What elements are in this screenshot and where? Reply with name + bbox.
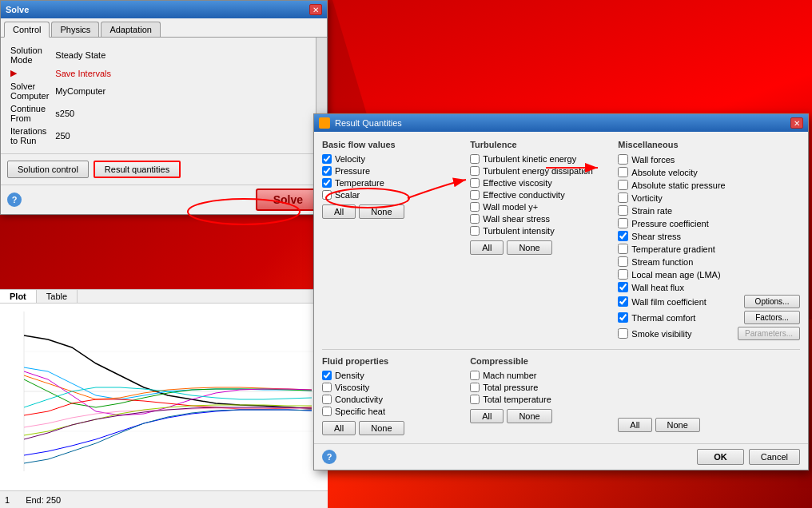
result-quantities-button[interactable]: Result quantities xyxy=(94,161,181,178)
desktop: Solve ✕ Control Physics Adaptation Solut… xyxy=(0,0,812,508)
abs-static-label: Absolute static pressure xyxy=(631,181,725,190)
fluid-props-none-button[interactable]: None xyxy=(359,421,404,435)
dialog-close-button[interactable]: ✕ xyxy=(790,117,803,129)
eff-visc-checkbox[interactable] xyxy=(470,178,480,188)
total-press-checkbox[interactable] xyxy=(470,383,480,392)
eff-cond-checkbox[interactable] xyxy=(470,190,480,200)
abs-vel-checkbox[interactable] xyxy=(618,167,628,177)
basic-flow-header: Basic flow values xyxy=(322,140,462,149)
basic-flow-none-button[interactable]: None xyxy=(359,204,404,219)
tke-checkbox[interactable] xyxy=(470,154,480,164)
smoke-vis-checkbox[interactable] xyxy=(618,328,628,339)
ok-button[interactable]: OK xyxy=(697,449,744,465)
factors-button[interactable]: Factors... xyxy=(744,311,800,324)
lma-label: Local mean age (LMA) xyxy=(631,270,720,280)
turbulence-header: Turbulence xyxy=(470,140,610,149)
wall-forces-checkbox[interactable] xyxy=(618,154,628,165)
pressure-label: Pressure xyxy=(335,166,370,176)
tab-table[interactable]: Table xyxy=(37,290,78,303)
check-turb-int: Turbulent intensity xyxy=(470,226,610,236)
save-intervals-arrow: ▶ xyxy=(7,66,52,80)
misc-thermal-comfort: Thermal comfort Factors... xyxy=(618,311,800,324)
viscosity-label: Viscosity xyxy=(335,383,369,392)
misc-bottom-buttons: All None xyxy=(618,418,800,432)
field-value: s250 xyxy=(52,102,295,125)
ted-checkbox[interactable] xyxy=(470,166,480,176)
misc-none-button[interactable]: None xyxy=(655,418,700,432)
tab-control[interactable]: Control xyxy=(4,22,50,38)
table-row: Solution Mode Steady State xyxy=(7,44,320,66)
scalar-checkbox[interactable] xyxy=(322,190,332,200)
close-button[interactable]: ✕ xyxy=(309,4,322,15)
columns-row-bottom: Fluid properties Density Viscosity Condu… xyxy=(322,356,800,435)
fluid-props-all-button[interactable]: All xyxy=(322,421,356,435)
solution-control-button[interactable]: Solution control xyxy=(7,161,89,178)
basic-flow-all-button[interactable]: All xyxy=(322,204,356,219)
field-label: Solver Computer xyxy=(7,80,52,102)
misc-col: Miscellaneous Wall forces Absolute veloc… xyxy=(618,140,800,343)
check-scalar: Scalar xyxy=(322,190,462,200)
abs-static-checkbox[interactable] xyxy=(618,180,628,190)
wall-shear-checkbox[interactable] xyxy=(470,214,480,224)
ted-label: Turbulent energy dissipation xyxy=(483,166,593,176)
conductivity-checkbox[interactable] xyxy=(322,395,332,404)
save-intervals-link[interactable]: Save Intervals xyxy=(52,66,295,80)
temp-grad-label: Temperature gradient xyxy=(631,244,715,254)
strain-checkbox[interactable] xyxy=(618,205,628,216)
turb-int-checkbox[interactable] xyxy=(470,226,480,236)
dialog-help-button[interactable]: ? xyxy=(322,450,336,464)
density-checkbox[interactable] xyxy=(322,371,332,380)
plot-canvas xyxy=(0,304,328,495)
options-button[interactable]: Options... xyxy=(744,295,800,308)
press-coef-checkbox[interactable] xyxy=(618,218,628,228)
misc-all-button[interactable]: All xyxy=(618,418,651,432)
eff-visc-label: Effective viscosity xyxy=(483,178,552,188)
velocity-label: Velocity xyxy=(335,154,365,164)
misc-vorticity: Vorticity xyxy=(618,192,800,203)
check-viscosity: Viscosity xyxy=(322,383,462,392)
tab-adaptation[interactable]: Adaptation xyxy=(101,22,161,37)
turbulence-none-button[interactable]: None xyxy=(507,240,551,255)
stream-func-checkbox[interactable] xyxy=(618,256,628,267)
tab-plot[interactable]: Plot xyxy=(0,290,37,303)
total-temp-checkbox[interactable] xyxy=(470,395,480,404)
compressible-col: Compressible Mach number Total pressure … xyxy=(470,356,610,435)
result-quantities-dialog: Result Quantities ✕ Basic flow values Ve… xyxy=(313,113,809,470)
velocity-checkbox[interactable] xyxy=(322,154,332,164)
misc-smoke-vis: Smoke visibility Parameters... xyxy=(618,327,800,340)
vorticity-checkbox[interactable] xyxy=(618,192,628,203)
wall-film-checkbox[interactable] xyxy=(618,296,628,307)
smoke-vis-label: Smoke visibility xyxy=(631,329,691,339)
viscosity-checkbox[interactable] xyxy=(322,383,332,392)
shear-stress-checkbox[interactable] xyxy=(618,231,628,241)
basic-flow-col: Basic flow values Velocity Pressure Temp… xyxy=(322,140,462,343)
plot-footer: 1 End: 250 xyxy=(0,490,328,508)
thermal-comfort-checkbox[interactable] xyxy=(618,312,628,323)
solve-content: Solution Mode Steady State ▶ Save Interv… xyxy=(1,38,327,153)
check-tke: Turbulent kinetic energy xyxy=(470,154,610,164)
columns-row-top: Basic flow values Velocity Pressure Temp… xyxy=(322,140,800,343)
solve-footer: ? Solve xyxy=(1,185,327,214)
lma-checkbox[interactable] xyxy=(618,269,628,280)
turbulence-all-button[interactable]: All xyxy=(470,240,504,255)
thermal-comfort-label: Thermal comfort xyxy=(631,313,695,323)
mach-checkbox[interactable] xyxy=(470,371,480,380)
help-button[interactable]: ? xyxy=(7,192,22,207)
check-velocity: Velocity xyxy=(322,154,462,164)
specific-heat-checkbox[interactable] xyxy=(322,407,332,416)
wall-y-checkbox[interactable] xyxy=(470,202,480,212)
tab-physics[interactable]: Physics xyxy=(51,22,99,37)
total-press-label: Total pressure xyxy=(483,383,538,392)
solve-button[interactable]: Solve xyxy=(256,189,320,211)
stream-func-label: Stream function xyxy=(631,257,693,267)
pressure-checkbox[interactable] xyxy=(322,166,332,176)
section-divider xyxy=(322,349,800,350)
compressible-all-button[interactable]: All xyxy=(470,409,504,423)
parameters-button[interactable]: Parameters... xyxy=(738,327,800,340)
wall-heat-checkbox[interactable] xyxy=(618,282,628,292)
dialog-titlebar: Result Quantities ✕ xyxy=(314,114,808,132)
compressible-none-button[interactable]: None xyxy=(507,409,551,423)
cancel-button[interactable]: Cancel xyxy=(749,449,800,465)
temp-grad-checkbox[interactable] xyxy=(618,244,628,254)
temperature-checkbox[interactable] xyxy=(322,178,332,188)
